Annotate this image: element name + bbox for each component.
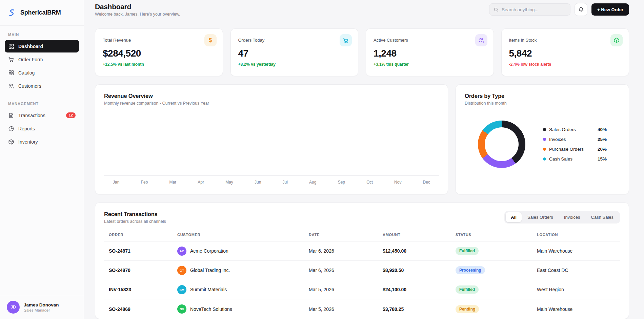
tab-cash-sales[interactable]: Cash Sales xyxy=(586,212,619,222)
new-order-button[interactable]: + New Order xyxy=(591,3,629,16)
sidebar-item-reports[interactable]: Reports xyxy=(5,122,79,135)
search-input[interactable] xyxy=(502,7,566,12)
notifications-button[interactable] xyxy=(575,3,587,16)
legend-dot xyxy=(543,157,546,161)
legend-item: Sales Orders 40% xyxy=(543,127,607,132)
avatar: SM xyxy=(177,285,186,294)
revenue-chart-plot xyxy=(104,106,439,175)
stat-card-active-customers: Active Customers 1,248 +3.1% this quarte… xyxy=(366,28,494,76)
nav-section-main: MAIN xyxy=(5,33,79,37)
stat-label: Total Revenue xyxy=(103,38,215,43)
orders-legend: Sales Orders 40% Invoices 25% Purchase O… xyxy=(543,127,607,162)
package-icon xyxy=(610,34,623,46)
main-area: Dashboard Welcome back, James. Here's yo… xyxy=(84,0,644,319)
legend-item: Cash Sales 15% xyxy=(543,156,607,162)
status-badge: Pending xyxy=(456,305,479,313)
orders-chart-title: Orders by Type xyxy=(465,93,620,99)
legend-dot xyxy=(543,138,546,141)
table-row[interactable]: SO-24870 GT Global Trading Inc. Mar 6, 2… xyxy=(104,261,620,280)
orders-by-type-card: Orders by Type Distribution this month S… xyxy=(456,84,629,194)
grid-icon xyxy=(8,70,14,76)
stat-value: $284,520 xyxy=(103,48,215,59)
stat-card-orders-today: Orders Today 47 +8.2% vs yesterday xyxy=(230,28,359,76)
page-title: Dashboard xyxy=(95,3,180,11)
stat-label: Items in Stock xyxy=(509,38,622,43)
legend-item: Purchase Orders 20% xyxy=(543,147,607,152)
status-badge: Processing xyxy=(456,266,485,274)
stat-value: 47 xyxy=(238,48,351,59)
content: Total Revenue $ $284,520 +12.5% vs last … xyxy=(84,19,644,319)
table-header: ORDER CUSTOMER DATE AMOUNT STATUS LOCATI… xyxy=(104,233,620,241)
x-tick: Apr xyxy=(198,180,204,185)
sidebar-item-label: Catalog xyxy=(18,70,76,76)
avatar: JD xyxy=(7,301,20,314)
transactions-count-badge: 12 xyxy=(66,112,76,118)
dashboard-icon xyxy=(8,43,14,49)
charts-row: Revenue Overview Monthly revenue compari… xyxy=(95,84,629,194)
sidebar-item-dashboard[interactable]: Dashboard xyxy=(5,40,79,52)
app-logo: SphericalBRM xyxy=(0,0,84,26)
table-row[interactable]: INV-15823 SM Summit Materials Mar 5, 202… xyxy=(104,280,620,299)
app-name: SphericalBRM xyxy=(20,9,61,16)
avatar: AC xyxy=(177,247,186,256)
stats-row: Total Revenue $ $284,520 +12.5% vs last … xyxy=(95,28,629,76)
package-icon xyxy=(8,139,14,145)
transactions-table: ORDER CUSTOMER DATE AMOUNT STATUS LOCATI… xyxy=(104,233,620,319)
x-tick: May xyxy=(225,180,233,185)
transactions-title: Recent Transactions xyxy=(104,211,166,217)
x-tick: Nov xyxy=(394,180,401,185)
status-badge: Fulfilled xyxy=(456,285,479,294)
legend-item: Invoices 25% xyxy=(543,137,607,142)
user-name: James Donovan xyxy=(24,302,59,307)
stat-label: Active Customers xyxy=(374,38,486,43)
orders-donut xyxy=(478,121,525,168)
tab-sales-orders[interactable]: Sales Orders xyxy=(522,212,558,222)
revenue-chart-x-axis: Jan Feb Mar Apr May Jun Jul Aug Sep Oct … xyxy=(104,175,439,186)
page-subtitle: Welcome back, James. Here's your overvie… xyxy=(95,12,180,17)
avatar: GT xyxy=(177,266,186,275)
x-tick: Jul xyxy=(283,180,288,185)
donut-hole xyxy=(485,127,519,161)
stat-delta: +3.1% this quarter xyxy=(374,62,486,67)
tab-invoices[interactable]: Invoices xyxy=(559,212,585,222)
x-tick: Dec xyxy=(423,180,430,185)
legend-dot xyxy=(543,128,546,131)
stat-card-total-revenue: Total Revenue $ $284,520 +12.5% vs last … xyxy=(95,28,223,76)
user-role: Sales Manager xyxy=(24,308,59,312)
table-row[interactable]: SO-24871 AC Acme Corporation Mar 6, 2026… xyxy=(104,241,620,261)
bell-icon xyxy=(578,7,584,13)
avatar: NV xyxy=(177,304,186,314)
nav-section-management: MANAGEMENT xyxy=(5,102,79,106)
pie-chart-icon xyxy=(8,126,14,132)
stat-delta: +8.2% vs yesterday xyxy=(238,62,351,67)
table-row[interactable]: SO-24869 NV NovaTech Solutions Mar 5, 20… xyxy=(104,299,620,319)
recent-transactions-card: Recent Transactions Latest orders across… xyxy=(95,203,629,319)
sidebar-item-label: Order Form xyxy=(18,57,76,62)
sidebar-item-customers[interactable]: Customers xyxy=(5,80,79,92)
sidebar-item-order-form[interactable]: Order Form xyxy=(5,53,79,66)
stat-delta: +12.5% vs last month xyxy=(103,62,215,67)
x-tick: Oct xyxy=(366,180,373,185)
search-box[interactable] xyxy=(489,3,570,16)
users-icon xyxy=(8,83,14,89)
document-icon xyxy=(8,112,14,119)
dollar-icon: $ xyxy=(204,34,217,46)
stat-label: Orders Today xyxy=(238,38,351,43)
tab-all[interactable]: All xyxy=(506,212,522,222)
sidebar-item-transactions[interactable]: Transactions 12 xyxy=(5,109,79,122)
orders-chart-subtitle: Distribution this month xyxy=(465,101,620,106)
sidebar-item-label: Inventory xyxy=(18,139,76,145)
x-tick: Aug xyxy=(309,180,316,185)
stat-delta: -2.4% low stock alerts xyxy=(509,62,622,67)
x-tick: Jun xyxy=(255,180,261,185)
transactions-subtitle: Latest orders across all channels xyxy=(104,219,166,224)
sidebar-item-inventory[interactable]: Inventory xyxy=(5,135,79,148)
sidebar-item-catalog[interactable]: Catalog xyxy=(5,66,79,79)
topbar: Dashboard Welcome back, James. Here's yo… xyxy=(84,0,644,19)
x-tick: Feb xyxy=(141,180,148,185)
legend-dot xyxy=(543,148,546,151)
stat-value: 1,248 xyxy=(374,48,486,59)
stat-card-items-in-stock: Items in Stock 5,842 -2.4% low stock ale… xyxy=(501,28,629,76)
stat-value: 5,842 xyxy=(509,48,622,59)
user-profile[interactable]: JD James Donovan Sales Manager xyxy=(0,295,84,319)
